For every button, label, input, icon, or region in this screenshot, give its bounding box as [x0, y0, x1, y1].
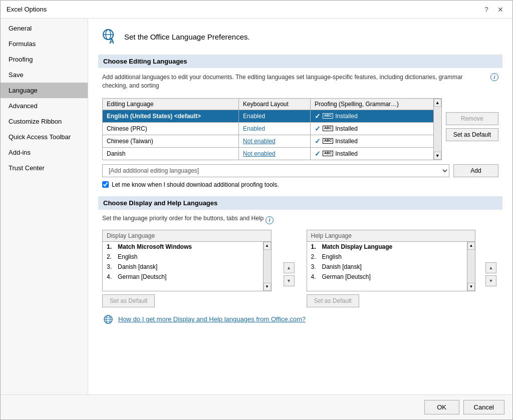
display-list-scrollbar: ▲ ▼	[264, 241, 272, 291]
help-set-default-btn[interactable]: Set as Default	[307, 294, 359, 307]
cancel-button[interactable]: Cancel	[463, 400, 504, 414]
help-list-move-arrows: ▲ ▼	[483, 230, 498, 307]
excel-options-dialog: Excel Options ? ✕ GeneralFormulasProofin…	[0, 0, 513, 420]
display-list-box: Display Language 1.Match Microsoft Windo…	[102, 230, 272, 307]
add-language-button[interactable]: Add	[453, 164, 498, 177]
display-desc: Set the language priority order for the …	[102, 215, 264, 222]
ok-button[interactable]: OK	[424, 400, 459, 414]
list-item[interactable]: 2.English	[103, 252, 263, 262]
editing-section-header: Choose Editing Languages	[98, 55, 502, 68]
main-panel: A + Set the Office Language Preferences.…	[88, 19, 512, 394]
dialog-title: Excel Options	[7, 6, 47, 13]
display-info-icon[interactable]: i	[266, 216, 274, 224]
table-row[interactable]: Chinese (PRC)Enabled✓ABCInstalled	[103, 122, 434, 135]
sidebar-item-trust-center[interactable]: Trust Center	[1, 160, 88, 176]
office-languages-link[interactable]: How do I get more Display and Help langu…	[118, 315, 306, 323]
display-scroll-track	[264, 250, 271, 283]
proofing-notify-row: Let me know when I should download addit…	[102, 181, 498, 188]
list-item[interactable]: 3.Danish [dansk]	[103, 262, 263, 272]
list-item[interactable]: 3.Danish [dansk]	[307, 262, 467, 272]
sidebar-item-add-ins[interactable]: Add-ins	[1, 145, 88, 160]
col-editing-lang: Editing Language	[103, 98, 239, 110]
dh-lists: Display Language 1.Match Microsoft Windo…	[102, 230, 498, 307]
page-header: A + Set the Office Language Preferences.	[98, 27, 502, 47]
add-language-select[interactable]: [Add additional editing languages]	[102, 164, 449, 177]
set-default-button[interactable]: Set as Default	[446, 128, 498, 141]
content-area: GeneralFormulasProofingSaveLanguageAdvan…	[1, 19, 512, 394]
sidebar-item-advanced[interactable]: Advanced	[1, 98, 88, 114]
display-list-header: Display Language	[102, 230, 272, 241]
table-scroll-down[interactable]: ▼	[434, 152, 441, 160]
sidebar-item-save[interactable]: Save	[1, 67, 88, 83]
list-item[interactable]: 1.Match Microsoft Windows	[103, 242, 263, 252]
svg-text:+: +	[111, 38, 114, 43]
display-scroll-down[interactable]: ▼	[264, 283, 271, 291]
help-scroll-up[interactable]: ▲	[467, 242, 475, 250]
editing-section-body: Add additional languages to edit your do…	[98, 73, 502, 188]
editing-table-wrapper: Editing Language Keyboard Layout Proofin…	[102, 98, 442, 160]
display-section-body: Set the language priority order for the …	[98, 215, 502, 325]
help-list-box: Help Language 1.Match Display Language 2…	[307, 230, 476, 307]
table-row[interactable]: DanishNot enabled✓ABCInstalled	[103, 147, 434, 160]
table-row[interactable]: English (United States) <default>Enabled…	[103, 110, 434, 122]
help-scroll-down[interactable]: ▼	[467, 283, 475, 291]
help-language-list[interactable]: 1.Match Display Language 2.English3.Dani…	[307, 241, 468, 291]
dialog-footer: OK Cancel	[1, 394, 512, 419]
display-set-default-btn[interactable]: Set as Default	[102, 294, 155, 307]
add-language-row: [Add additional editing languages] Add	[102, 164, 498, 177]
help-list-scrollbar: ▲ ▼	[467, 241, 475, 291]
col-keyboard: Keyboard Layout	[239, 98, 311, 110]
proofing-notify-checkbox[interactable]	[102, 181, 109, 188]
titlebar-controls: ? ✕	[480, 4, 506, 16]
move-down-btn[interactable]: ▼	[284, 275, 295, 286]
help-move-up-btn[interactable]: ▲	[485, 262, 496, 273]
sidebar-item-general[interactable]: General	[1, 21, 88, 36]
help-scroll-track	[467, 250, 475, 283]
table-row[interactable]: Chinese (Taiwan)Not enabled✓ABCInstalled	[103, 135, 434, 147]
help-list-scroll: 1.Match Display Language 2.English3.Dani…	[307, 241, 476, 291]
sidebar-item-quick-access-toolbar[interactable]: Quick Access Toolbar	[1, 129, 88, 145]
list-item[interactable]: 4.German [Deutsch]	[307, 272, 467, 282]
page-title: Set the Office Language Preferences.	[124, 33, 250, 41]
display-scroll-up[interactable]: ▲	[264, 242, 271, 250]
list-item[interactable]: 1.Match Display Language	[307, 242, 467, 252]
bottom-link-row: How do I get more Display and Help langu…	[102, 313, 498, 325]
editing-language-table: Editing Language Keyboard Layout Proofin…	[102, 98, 434, 160]
proofing-notify-label: Let me know when I should download addit…	[112, 181, 279, 188]
sidebar-item-formulas[interactable]: Formulas	[1, 36, 88, 52]
col-proofing: Proofing (Spelling, Grammar…)	[311, 98, 434, 110]
list-item[interactable]: 4.German [Deutsch]	[103, 272, 263, 282]
remove-button[interactable]: Remove	[446, 112, 498, 125]
sidebar-item-proofing[interactable]: Proofing	[1, 52, 88, 67]
table-action-buttons: Remove Set as Default	[446, 98, 498, 141]
table-scrollbar: ▲ ▼	[434, 98, 442, 160]
editing-info-icon[interactable]: i	[490, 73, 498, 81]
globe-icon	[102, 313, 114, 325]
move-up-btn[interactable]: ▲	[284, 262, 295, 273]
sidebar: GeneralFormulasProofingSaveLanguageAdvan…	[1, 19, 88, 394]
display-list-scroll: 1.Match Microsoft Windows 2.English3.Dan…	[102, 241, 272, 291]
display-language-list[interactable]: 1.Match Microsoft Windows 2.English3.Dan…	[102, 241, 264, 291]
editing-table-area: Editing Language Keyboard Layout Proofin…	[102, 98, 498, 160]
language-icon: A +	[98, 27, 118, 47]
help-move-down-btn[interactable]: ▼	[485, 275, 496, 286]
sidebar-item-language[interactable]: Language	[1, 83, 88, 98]
table-scroll-track	[434, 107, 441, 152]
help-list-header: Help Language	[307, 230, 476, 241]
table-scroll-up[interactable]: ▲	[434, 99, 441, 107]
help-button[interactable]: ?	[480, 4, 492, 16]
close-button[interactable]: ✕	[494, 4, 506, 16]
list-item[interactable]: 2.English	[307, 252, 467, 262]
editing-desc: Add additional languages to edit your do…	[102, 73, 486, 90]
display-section-header: Choose Display and Help Languages	[98, 196, 502, 210]
titlebar: Excel Options ? ✕	[1, 1, 512, 19]
list-move-arrows: ▲ ▼	[280, 230, 299, 307]
sidebar-item-customize-ribbon[interactable]: Customize Ribbon	[1, 114, 88, 129]
